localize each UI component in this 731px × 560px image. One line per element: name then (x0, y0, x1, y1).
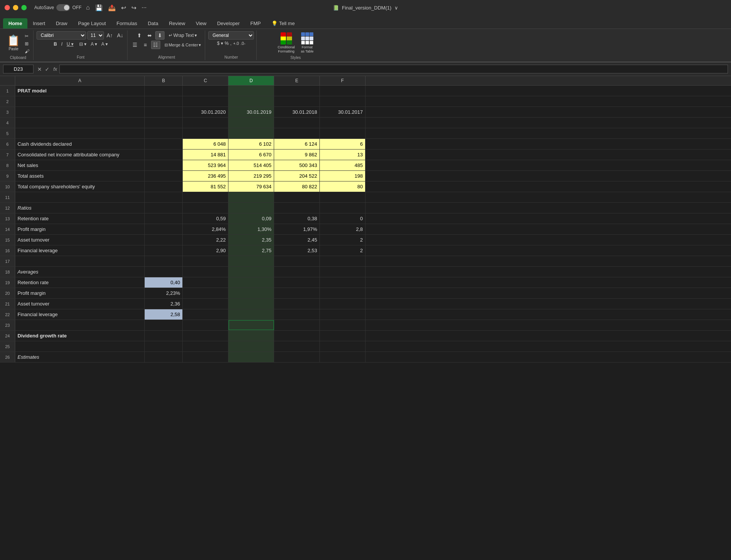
cell[interactable]: 14 881 (183, 150, 228, 160)
tab-review[interactable]: Review (164, 18, 191, 29)
cell[interactable] (183, 96, 228, 107)
row-number[interactable]: 5 (0, 128, 15, 138)
cell[interactable] (145, 256, 183, 266)
cell[interactable] (320, 331, 366, 341)
cell[interactable] (145, 192, 183, 202)
cell[interactable] (183, 352, 228, 362)
cell[interactable] (183, 288, 228, 298)
cell[interactable] (183, 299, 228, 309)
cell[interactable] (228, 320, 274, 330)
cell[interactable] (274, 331, 320, 341)
row-number[interactable]: 20 (0, 288, 15, 298)
cell[interactable] (228, 128, 274, 138)
cell[interactable] (183, 341, 228, 352)
cell[interactable]: 79 634 (228, 181, 274, 192)
conditional-formatting-button[interactable]: ConditionalFormatting (276, 31, 297, 55)
cell[interactable] (145, 245, 183, 256)
cell[interactable]: Profit margin (15, 288, 145, 298)
cell[interactable] (320, 256, 366, 266)
cell[interactable]: 485 (320, 160, 366, 170)
cell[interactable]: 523 964 (183, 160, 228, 170)
row-number[interactable]: 4 (0, 118, 15, 128)
cell[interactable] (228, 341, 274, 352)
cell[interactable] (145, 128, 183, 138)
fill-color-button[interactable]: A ▾ (89, 41, 99, 48)
align-left-button[interactable]: ☰ (131, 41, 140, 49)
cancel-formula-icon[interactable]: ✕ (37, 66, 42, 72)
cell[interactable] (274, 256, 320, 266)
paste-button[interactable]: 📋 Paste (5, 33, 22, 52)
export-icon[interactable]: 📤 (108, 4, 116, 11)
cell[interactable]: 514 405 (228, 160, 274, 170)
cell[interactable]: Financial leverage (15, 309, 145, 320)
cell[interactable] (320, 352, 366, 362)
cell[interactable]: Total company shareholders' equity (15, 181, 145, 192)
align-top-button[interactable]: ⬆ (135, 31, 144, 40)
cell[interactable] (183, 277, 228, 288)
cell[interactable] (228, 288, 274, 298)
format-as-table-button[interactable]: Formatas Table (299, 31, 315, 55)
cell[interactable] (145, 320, 183, 330)
cell[interactable] (320, 277, 366, 288)
cell[interactable] (228, 86, 274, 96)
cell[interactable] (274, 277, 320, 288)
cell[interactable] (145, 331, 183, 341)
row-number[interactable]: 22 (0, 309, 15, 320)
font-color-button[interactable]: A ▾ (100, 41, 109, 48)
cell[interactable] (228, 203, 274, 213)
cell[interactable]: Profit margin (15, 224, 145, 234)
cell[interactable]: 1,30% (228, 224, 274, 234)
decrease-decimal-button[interactable]: .0- (241, 41, 246, 46)
cell[interactable] (183, 320, 228, 330)
col-header-c[interactable]: C (183, 76, 228, 85)
cell[interactable] (145, 203, 183, 213)
cell[interactable]: 6 (320, 139, 366, 149)
row-number[interactable]: 15 (0, 235, 15, 245)
cell[interactable] (274, 192, 320, 202)
currency-button[interactable]: $ ▾ (217, 41, 223, 46)
cell[interactable]: Cash dividends declared (15, 139, 145, 149)
cell[interactable] (274, 86, 320, 96)
tab-data[interactable]: Data (142, 18, 163, 29)
autosave-toggle[interactable] (56, 4, 70, 11)
cell[interactable] (320, 192, 366, 202)
cell[interactable]: 30.01.2020 (183, 107, 228, 117)
merge-center-button[interactable]: ⊟ Merge & Center ▾ (163, 42, 203, 48)
cell[interactable] (274, 288, 320, 298)
number-format-select[interactable]: General Number Currency Percentage (208, 31, 254, 40)
cell[interactable]: 2,75 (228, 245, 274, 256)
cell[interactable] (320, 320, 366, 330)
percent-button[interactable]: % (225, 41, 229, 46)
col-header-f[interactable]: F (320, 76, 366, 85)
home-icon[interactable]: ⌂ (86, 4, 90, 11)
row-number[interactable]: 7 (0, 150, 15, 160)
cell[interactable]: 236 495 (183, 171, 228, 181)
cell[interactable] (145, 139, 183, 149)
cell[interactable]: Financial leverage (15, 245, 145, 256)
format-painter-button[interactable]: 🖌 (23, 48, 31, 55)
cell[interactable] (274, 118, 320, 128)
increase-font-button[interactable]: A↑ (105, 32, 114, 39)
row-number[interactable]: 1 (0, 86, 15, 96)
undo-icon[interactable]: ↩ (121, 4, 126, 11)
row-number[interactable]: 6 (0, 139, 15, 149)
row-number[interactable]: 12 (0, 203, 15, 213)
cell[interactable]: 2,45 (274, 235, 320, 245)
cell[interactable]: Total assets (15, 171, 145, 181)
cell[interactable]: 2,36 (145, 299, 183, 309)
cell[interactable] (274, 203, 320, 213)
cell[interactable]: 6 670 (228, 150, 274, 160)
cell[interactable] (15, 128, 145, 138)
cell[interactable] (183, 309, 228, 320)
cell[interactable] (183, 331, 228, 341)
cell[interactable] (228, 96, 274, 107)
cell[interactable]: 6 102 (228, 139, 274, 149)
row-number[interactable]: 3 (0, 107, 15, 117)
col-header-a[interactable]: A (15, 76, 145, 85)
cell[interactable]: 204 522 (274, 171, 320, 181)
cell[interactable]: 0 (320, 213, 366, 224)
cell[interactable] (320, 86, 366, 96)
cell[interactable] (228, 267, 274, 277)
cell[interactable] (15, 341, 145, 352)
cell[interactable]: 6 124 (274, 139, 320, 149)
